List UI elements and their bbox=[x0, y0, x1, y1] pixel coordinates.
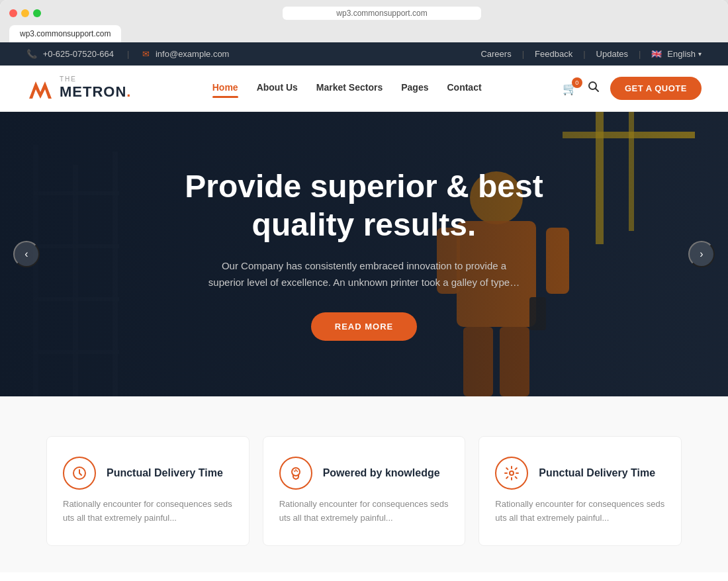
phone-icon: 📞 bbox=[26, 49, 37, 59]
cart-button[interactable]: 🛒 0 bbox=[563, 81, 577, 96]
minimize-dot[interactable] bbox=[21, 9, 29, 17]
language-selector[interactable]: 🇬🇧 English ▾ bbox=[651, 49, 702, 59]
svg-marker-0 bbox=[29, 81, 52, 99]
divider4: | bbox=[639, 49, 641, 59]
feature-desc-1: Rationally encounter for consequences se… bbox=[279, 498, 449, 525]
nav-pages[interactable]: Pages bbox=[401, 82, 428, 95]
maximize-dot[interactable] bbox=[33, 9, 41, 17]
hero-prev-button[interactable]: ‹ bbox=[13, 241, 40, 267]
top-bar: 📞 +0-625-07520-664 | ✉ info@example.com … bbox=[0, 42, 728, 66]
browser-chrome: wp3.commonsupport.com wp3.commonsupport.… bbox=[0, 0, 728, 42]
browser-window: wp3.commonsupport.com wp3.commonsupport.… bbox=[0, 0, 728, 581]
search-button[interactable] bbox=[588, 81, 600, 96]
hero-next-button[interactable]: › bbox=[688, 241, 715, 267]
svg-line-24 bbox=[294, 470, 295, 472]
divider2: | bbox=[522, 49, 524, 59]
feature-desc-0: Rationally encounter for consequences se… bbox=[63, 498, 233, 525]
svg-point-27 bbox=[510, 471, 514, 475]
logo-icon bbox=[26, 75, 54, 103]
careers-link[interactable]: Careers bbox=[480, 49, 511, 59]
email-icon: ✉ bbox=[142, 49, 150, 59]
phone-info: 📞 +0-625-07520-664 bbox=[26, 49, 114, 59]
browser-tab[interactable]: wp3.commonsupport.com bbox=[9, 25, 121, 42]
hero-content: Provide superior & best quality results.… bbox=[0, 112, 728, 396]
main-nav: THE METRON. Home About Us Market Sectors… bbox=[0, 66, 728, 112]
feature-icon-2 bbox=[495, 457, 528, 490]
welcome-section: WELCOME TO METRON bbox=[0, 572, 728, 581]
feature-card-1: Powered by knowledge Rationally encounte… bbox=[263, 436, 466, 546]
quote-button[interactable]: GET A QUOTE bbox=[610, 77, 702, 100]
flag-icon: 🇬🇧 bbox=[651, 49, 662, 59]
features-grid: Punctual Delivery Time Rationally encoun… bbox=[46, 436, 682, 546]
hero-section: ‹ Provide superior & best quality result… bbox=[0, 112, 728, 396]
svg-line-2 bbox=[595, 89, 598, 92]
feature-title-0: Punctual Delivery Time bbox=[107, 467, 223, 480]
svg-point-23 bbox=[292, 468, 300, 476]
logo-the-text: THE bbox=[60, 75, 131, 83]
nav-home[interactable]: Home bbox=[212, 82, 238, 95]
email-info: ✉ info@example.com bbox=[142, 49, 229, 59]
language-label: English bbox=[667, 49, 696, 59]
divider: | bbox=[127, 49, 129, 59]
hero-subtitle: Our Company has consistently embraced in… bbox=[205, 257, 523, 291]
feature-title-2: Punctual Delivery Time bbox=[539, 467, 655, 480]
cart-badge: 0 bbox=[572, 77, 582, 88]
feature-card-0: Punctual Delivery Time Rationally encoun… bbox=[46, 436, 250, 546]
feedback-link[interactable]: Feedback bbox=[535, 49, 572, 59]
logo-name-text: METRON. bbox=[60, 83, 131, 101]
features-section: Punctual Delivery Time Rationally encoun… bbox=[0, 396, 728, 572]
hero-cta-button[interactable]: READ MORE bbox=[311, 312, 417, 341]
feature-title-1: Powered by knowledge bbox=[323, 467, 440, 480]
logo[interactable]: THE METRON. bbox=[26, 75, 131, 103]
nav-about[interactable]: About Us bbox=[257, 82, 298, 95]
feature-card-2: Punctual Delivery Time Rationally encoun… bbox=[478, 436, 682, 546]
feature-icon-0 bbox=[63, 457, 96, 490]
nav-actions: 🛒 0 GET A QUOTE bbox=[563, 77, 702, 100]
svg-line-25 bbox=[296, 470, 298, 472]
updates-link[interactable]: Updates bbox=[596, 49, 628, 59]
hero-title: Provide superior & best quality results. bbox=[165, 167, 563, 244]
close-dot[interactable] bbox=[9, 9, 17, 17]
logo-dot: . bbox=[126, 83, 131, 100]
feature-icon-1 bbox=[279, 457, 312, 490]
nav-market[interactable]: Market Sectors bbox=[316, 82, 383, 95]
feature-desc-2: Rationally encounter for consequences se… bbox=[495, 498, 665, 525]
chevron-down-icon: ▾ bbox=[698, 50, 702, 58]
address-bar[interactable]: wp3.commonsupport.com bbox=[283, 7, 481, 20]
nav-contact[interactable]: Contact bbox=[447, 82, 481, 95]
divider3: | bbox=[583, 49, 585, 59]
nav-links: Home About Us Market Sectors Pages Conta… bbox=[212, 82, 482, 95]
